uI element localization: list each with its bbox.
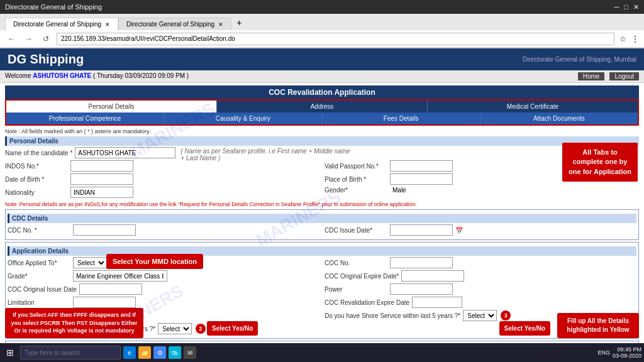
grade-label: Grade* <box>8 273 70 280</box>
cdc-calendar-icon[interactable]: 📅 <box>455 227 463 234</box>
tab-attach-documents[interactable]: Attach Documents <box>480 112 638 124</box>
name-input[interactable] <box>75 147 175 158</box>
tab-address[interactable]: Address <box>217 101 428 112</box>
dob-label: Date of Birth * <box>5 176 68 183</box>
revalidation-expire-input[interactable] <box>412 297 462 308</box>
nationality-row: Nationality <box>5 187 319 198</box>
expire-input[interactable] <box>401 270 464 282</box>
maximize-btn[interactable]: □ <box>624 3 628 11</box>
revalidation-expire-label: COC Revalidation Expire Date <box>325 299 409 306</box>
coc-no-row: COC No. <box>325 257 636 268</box>
taskbar-chrome-icon[interactable]: ⚙ <box>153 346 166 359</box>
taskbar-folder-icon[interactable]: 📁 <box>138 346 151 359</box>
cdc-issue-input[interactable] <box>390 224 453 236</box>
address-bar: ← → ↺ ☆ ⋮ <box>0 30 644 48</box>
page-content: DG Shipping Directorate General of Shipp… <box>0 48 644 362</box>
name-hint: ( Name as per Seafarer profile. i.e Firs… <box>178 147 354 158</box>
dg-title: DG Shipping <box>8 52 84 67</box>
home-btn[interactable]: Home <box>578 72 605 80</box>
browser-tab-1[interactable]: Directorate General of Shipping ✕ <box>5 18 118 30</box>
refresh-nav-btn[interactable]: ↺ <box>40 33 52 45</box>
revalidation-expire-row: COC Revalidation Expire Date <box>325 297 636 308</box>
browser-chrome: Directorate General of Shipping ─ □ ✕ Di… <box>0 0 644 48</box>
tab-professional-competence[interactable]: Professional Competence <box>6 112 164 124</box>
tab-causality-enquiry[interactable]: Causality & Enquiry <box>164 112 322 124</box>
place-birth-label: Place of Birth * <box>325 176 387 183</box>
coc-title: COC Revalidation Application <box>5 85 639 99</box>
cdc-no-label: CDC No. * <box>8 227 70 234</box>
indos-label: INDOS No.* <box>5 163 68 170</box>
tab2-close-icon[interactable]: ✕ <box>218 21 223 28</box>
cdc-details-header: CDC Details <box>8 214 636 223</box>
taskbar-store-icon[interactable]: 🛍 <box>169 346 181 359</box>
tabs-row2: Professional Competence Causality & Enqu… <box>6 112 638 124</box>
place-birth-input[interactable] <box>390 173 453 185</box>
logout-btn[interactable]: Logout <box>609 72 639 80</box>
original-issue-input[interactable] <box>79 283 142 295</box>
taskbar-time: 09:45 PM <box>613 346 641 353</box>
gender-row: Gender* Male <box>325 187 639 194</box>
taskbar-mail-icon[interactable]: ✉ <box>184 346 196 359</box>
url-input[interactable] <box>57 33 614 45</box>
cdc-no-input[interactable] <box>73 224 136 236</box>
shore-service-select[interactable]: Select Yes No <box>463 310 497 321</box>
shore-service-label: Do you have Shore Service within last 5 … <box>325 312 460 319</box>
indos-input[interactable] <box>70 160 133 172</box>
passport-input[interactable] <box>390 160 453 172</box>
name-label: Name of the candidate * <box>5 150 72 156</box>
cdc-details-section: CDC Details CDC No. * CDC Issue Date* 📅 <box>5 209 639 240</box>
dg-subtitle: Directorate General of Shipping, Mumbai <box>523 56 636 63</box>
indos-row: INDOS No.* <box>5 160 319 172</box>
gender-label: Gender* <box>325 187 387 194</box>
close-btn[interactable]: ✕ <box>633 3 639 11</box>
tab-medical-certificate[interactable]: Medical Certificate <box>428 101 638 112</box>
annotation-num-2: 2 <box>196 324 206 334</box>
tab-fees-details[interactable]: Fees Details <box>323 112 480 124</box>
new-tab-btn[interactable]: + <box>231 15 247 30</box>
browser-title: Directorate General of Shipping <box>5 3 102 11</box>
cdc-no-row: CDC No. * <box>8 224 319 236</box>
menu-icon[interactable]: ⋮ <box>631 35 639 43</box>
forward-nav-btn[interactable]: → <box>23 33 35 45</box>
dob-input[interactable] <box>70 173 133 185</box>
taskbar-lang: ENG <box>597 349 610 356</box>
taskbar: ⊞ e 📁 ⚙ 🛍 ✉ ENG 09:45 PM 03-09-2020 <box>0 343 644 362</box>
start-btn[interactable]: ⊞ <box>3 346 18 359</box>
main-content: MARINERS MARINERS MARINERS COC Revalidat… <box>0 83 644 362</box>
office-applied-select[interactable]: Select <box>73 257 107 268</box>
annotation-bottom-right: Fill up All the Details highlighted in Y… <box>557 313 639 338</box>
personal-warning: Note: Personal details are as per INDoS,… <box>5 201 639 207</box>
taskbar-search[interactable] <box>20 346 121 359</box>
tab-close-icon[interactable]: ✕ <box>105 21 110 28</box>
minimize-btn[interactable]: ─ <box>614 3 619 11</box>
power-input[interactable] <box>390 283 453 295</box>
tab-bar: Directorate General of Shipping ✕ Direct… <box>0 14 644 30</box>
bookmark-icon[interactable]: ☆ <box>619 35 626 43</box>
personal-details-section: Personal Details Name of the candidate *… <box>5 136 639 207</box>
sea-service-select[interactable]: Select Yes No <box>158 323 192 334</box>
tabs-row1: Personal Details Address Medical Certifi… <box>6 101 638 112</box>
original-issue-label: COC Original Issue Date <box>8 286 77 293</box>
personal-details-header: Personal Details <box>5 136 639 146</box>
welcome-datetime: ( Thursday 03/09/2020 09:09 PM ) <box>93 72 189 79</box>
annotation-yes-no-2: Select Yes/No <box>499 321 550 336</box>
browser-tab-2[interactable]: Directorate General of Shipping ✕ <box>118 18 231 30</box>
annotation-yes-no-1: Select Yes/No <box>207 321 258 336</box>
coc-no-input[interactable] <box>390 257 453 268</box>
grade-input[interactable] <box>73 270 167 282</box>
tab-personal-details[interactable]: Personal Details <box>6 101 217 112</box>
gender-value: Male <box>392 187 406 194</box>
annotation-all-tabs: All Tabs to complete one by one for Appl… <box>562 143 638 182</box>
passport-label: Valid Passport No.* <box>325 163 387 170</box>
taskbar-edge-icon[interactable]: e <box>123 346 136 359</box>
welcome-username: ASHUTOSH GHATE <box>33 72 91 79</box>
limitation-input[interactable] <box>73 297 136 308</box>
taskbar-date: 03-09-2020 <box>613 353 641 359</box>
tabs-container: Personal Details Address Medical Certifi… <box>5 99 639 126</box>
cdc-issue-row: CDC Issue Date* 📅 <box>325 224 636 236</box>
expire-label: COC Original Expire Date* <box>325 273 399 280</box>
back-nav-btn[interactable]: ← <box>5 33 18 45</box>
annotation-bottom-left: If you Select AFF then FPFF disappears a… <box>5 308 143 338</box>
nationality-input[interactable] <box>70 187 133 198</box>
power-row: Power <box>325 283 636 295</box>
